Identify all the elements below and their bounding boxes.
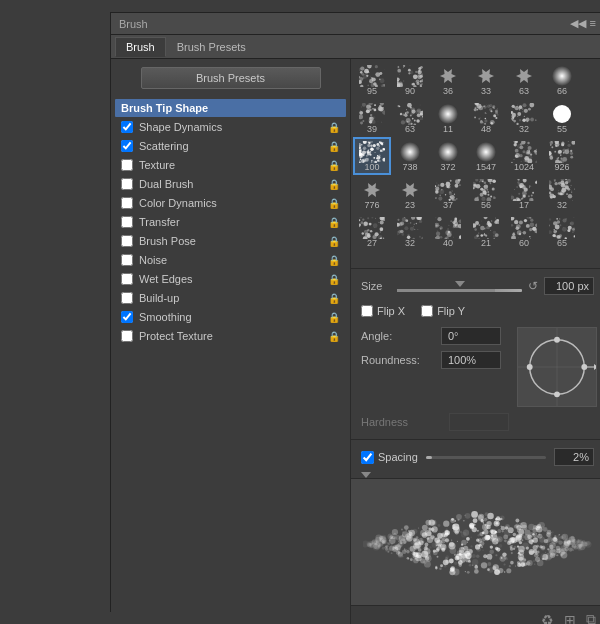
brush-shape: [473, 217, 499, 239]
brush-shape: [473, 141, 499, 163]
color-dynamics-item[interactable]: Color Dynamics 🔒: [115, 194, 346, 212]
brush-cell[interactable]: 23: [391, 175, 429, 213]
smoothing-item[interactable]: Smoothing 🔒: [115, 308, 346, 326]
layers-icon[interactable]: ⧉: [586, 611, 596, 624]
brush-cell[interactable]: 100: [353, 137, 391, 175]
protect-texture-item[interactable]: Protect Texture 🔒: [115, 327, 346, 345]
brush-cell[interactable]: 66: [543, 61, 581, 99]
size-slider-arrow[interactable]: [455, 281, 465, 287]
spacing-slider[interactable]: [426, 456, 546, 459]
angle-label: Angle:: [361, 330, 441, 342]
brush-size-label: 63: [405, 125, 415, 134]
brush-shape: [435, 217, 461, 239]
brush-cell[interactable]: 372: [429, 137, 467, 175]
tab-brush-presets[interactable]: Brush Presets: [166, 37, 257, 57]
size-reset-button[interactable]: ↺: [528, 279, 538, 293]
smoothing-checkbox[interactable]: [121, 311, 133, 323]
dual-brush-checkbox[interactable]: [121, 178, 133, 190]
brush-cell[interactable]: 37: [429, 175, 467, 213]
brush-cell[interactable]: 32: [505, 99, 543, 137]
size-slider-track[interactable]: [397, 289, 522, 292]
brush-cell[interactable]: 33: [467, 61, 505, 99]
brush-tip-shape-item[interactable]: Brush Tip Shape: [115, 99, 346, 117]
brushes-grid[interactable]: 9590363363663963114832551007383721547102…: [351, 59, 600, 269]
transfer-checkbox[interactable]: [121, 216, 133, 228]
brush-cell[interactable]: 1547: [467, 137, 505, 175]
transfer-item[interactable]: Transfer 🔒: [115, 213, 346, 231]
protect-texture-checkbox[interactable]: [121, 330, 133, 342]
texture-item[interactable]: Texture 🔒: [115, 156, 346, 174]
recycle-icon[interactable]: ♻: [541, 612, 554, 625]
brush-cell[interactable]: 65: [543, 213, 581, 251]
brush-cell[interactable]: 90: [391, 61, 429, 99]
wet-edges-item[interactable]: Wet Edges 🔒: [115, 270, 346, 288]
texture-checkbox[interactable]: [121, 159, 133, 171]
brush-cell[interactable]: 17: [505, 175, 543, 213]
brush-size-label: 55: [557, 125, 567, 134]
noise-checkbox[interactable]: [121, 254, 133, 266]
size-value-input[interactable]: [544, 277, 594, 295]
brush-cell[interactable]: 32: [391, 213, 429, 251]
left-panel: Brush Presets Brush Tip Shape Shape Dyna…: [111, 59, 351, 624]
brush-presets-button[interactable]: Brush Presets: [141, 67, 321, 89]
brush-cell[interactable]: 39: [353, 99, 391, 137]
hardness-input[interactable]: [449, 413, 509, 431]
color-dynamics-checkbox[interactable]: [121, 197, 133, 209]
dual-brush-item[interactable]: Dual Brush 🔒: [115, 175, 346, 193]
tab-brush[interactable]: Brush: [115, 37, 166, 57]
brush-shape: [359, 141, 385, 163]
brush-shape: [549, 217, 575, 239]
spacing-checkbox[interactable]: [361, 451, 374, 464]
brush-cell[interactable]: 32: [543, 175, 581, 213]
scattering-item[interactable]: Scattering 🔒: [115, 137, 346, 155]
brush-cell[interactable]: 36: [429, 61, 467, 99]
shape-dynamics-item[interactable]: Shape Dynamics 🔒: [115, 118, 346, 136]
brush-shape: [473, 103, 499, 125]
right-panel: 9590363363663963114832551007383721547102…: [351, 59, 600, 624]
grid-icon[interactable]: ⊞: [564, 612, 576, 625]
flip-y-checkbox[interactable]: [421, 305, 433, 317]
brush-pose-checkbox[interactable]: [121, 235, 133, 247]
brush-shape: [397, 217, 423, 239]
scattering-checkbox[interactable]: [121, 140, 133, 152]
size-label: Size: [361, 280, 391, 292]
shape-dynamics-checkbox[interactable]: [121, 121, 133, 133]
brush-cell[interactable]: 63: [505, 61, 543, 99]
brush-cell[interactable]: 55: [543, 99, 581, 137]
brush-cell[interactable]: 60: [505, 213, 543, 251]
brush-cell[interactable]: 27: [353, 213, 391, 251]
brush-cell[interactable]: 21: [467, 213, 505, 251]
brush-cell[interactable]: 48: [467, 99, 505, 137]
collapse-icon[interactable]: ◀◀: [570, 17, 586, 30]
brush-cell[interactable]: 926: [543, 137, 581, 175]
lock-icon-wet: 🔒: [328, 274, 340, 285]
menu-icon[interactable]: ≡: [590, 17, 596, 30]
brush-cell[interactable]: 56: [467, 175, 505, 213]
brush-cell[interactable]: 40: [429, 213, 467, 251]
brush-preview-area: [351, 478, 600, 605]
lock-icon-shape: 🔒: [328, 122, 340, 133]
brush-pose-item[interactable]: Brush Pose 🔒: [115, 232, 346, 250]
brush-grid-row: 959036336366: [353, 61, 600, 99]
spacing-row: Spacing: [351, 442, 600, 472]
brush-size-label: 27: [367, 239, 377, 248]
brush-shape: [435, 179, 461, 201]
brush-cell[interactable]: 738: [391, 137, 429, 175]
brush-cell[interactable]: 95: [353, 61, 391, 99]
flip-x-checkbox[interactable]: [361, 305, 373, 317]
brush-cell[interactable]: 11: [429, 99, 467, 137]
brush-size-label: 60: [519, 239, 529, 248]
brush-cell[interactable]: 63: [391, 99, 429, 137]
wet-edges-checkbox[interactable]: [121, 273, 133, 285]
spacing-value-input[interactable]: [554, 448, 594, 466]
noise-item[interactable]: Noise 🔒: [115, 251, 346, 269]
brush-size-label: 23: [405, 201, 415, 210]
brush-cell[interactable]: 776: [353, 175, 391, 213]
brush-size-label: 32: [405, 239, 415, 248]
build-up-item[interactable]: Build-up 🔒: [115, 289, 346, 307]
build-up-checkbox[interactable]: [121, 292, 133, 304]
brush-cell[interactable]: 1024: [505, 137, 543, 175]
brush-size-label: 1547: [476, 163, 496, 172]
roundness-input[interactable]: [441, 351, 501, 369]
angle-input[interactable]: [441, 327, 501, 345]
